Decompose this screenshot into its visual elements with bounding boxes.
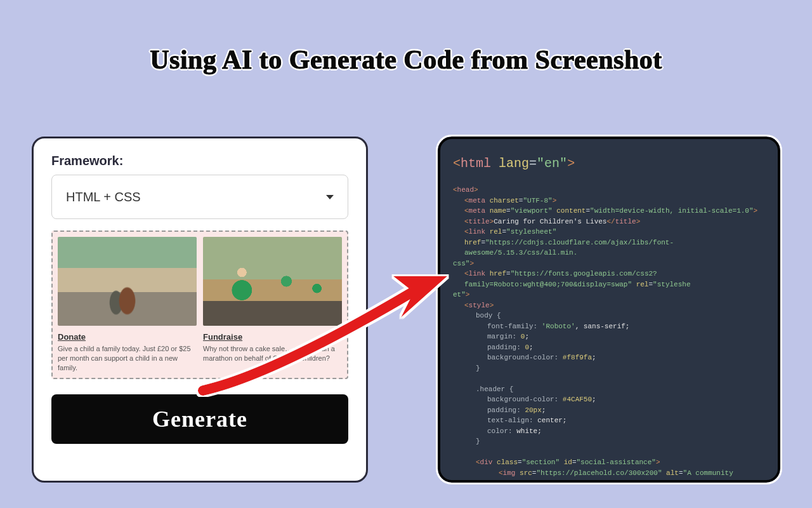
code-line: <style> — [453, 300, 765, 311]
preview-heading-2: Fundraise — [203, 332, 342, 342]
generate-button[interactable]: Generate — [51, 394, 348, 444]
code-line: color: white; — [453, 426, 765, 437]
code-line: <link rel="stylesheet" href="https://cdn… — [453, 227, 765, 258]
page-title: Using AI to Generate Code from Screensho… — [0, 0, 812, 75]
screenshot-preview[interactable]: Donate Give a child a family today. Just… — [51, 231, 348, 379]
code-output-panel: <html lang="en"> <head><meta charset="UT… — [438, 137, 780, 483]
code-line — [453, 373, 765, 384]
code-line: font-family: 'Roboto', sans-serif; — [453, 321, 765, 332]
code-line: css"> — [453, 258, 765, 269]
code-line: } — [453, 436, 765, 447]
code-line: <meta charset="UTF-8"> — [453, 196, 765, 206]
code-line: } — [453, 363, 765, 374]
code-line: <img src="https://placehold.co/300x200" … — [453, 468, 765, 483]
code-line — [453, 447, 765, 458]
code-line: padding: 0; — [453, 342, 765, 353]
code-line: background-color: #f8f9fa; — [453, 352, 765, 363]
dropdown-value: HTML + CSS — [66, 190, 141, 204]
code-line: body { — [453, 311, 765, 321]
preview-image-1 — [58, 237, 197, 326]
preview-card-2: Fundraise Why not throw a cake sale… or … — [203, 237, 342, 373]
preview-card-1: Donate Give a child a family today. Just… — [58, 237, 197, 373]
framework-label: Framework: — [51, 154, 348, 168]
chevron-down-icon — [326, 195, 334, 199]
code-line: .header { — [453, 384, 765, 395]
framework-dropdown[interactable]: HTML + CSS — [51, 175, 348, 219]
code-line: <div class="section" id="social-assistan… — [453, 457, 765, 468]
preview-heading-1: Donate — [58, 332, 197, 342]
code-line: <meta name="viewport" content="width=dev… — [453, 206, 765, 217]
code-line: et"> — [453, 290, 765, 300]
code-line: text-align: center; — [453, 415, 765, 426]
preview-desc-2: Why not throw a cake sale… or even run a… — [203, 344, 342, 363]
code-line: <head> — [453, 185, 765, 196]
input-panel: Framework: HTML + CSS Donate Give a chil… — [32, 137, 368, 483]
main-wrap: Framework: HTML + CSS Donate Give a chil… — [32, 137, 780, 483]
code-line: <title>Caring for Children's Lives</titl… — [453, 217, 765, 227]
preview-image-2 — [203, 237, 342, 326]
code-header-line: <html lang="en"> — [453, 154, 765, 173]
preview-desc-1: Give a child a family today. Just £20 or… — [58, 344, 197, 373]
code-line: padding: 20px; — [453, 405, 765, 416]
code-body: <head><meta charset="UTF-8"><meta name="… — [453, 185, 765, 483]
code-line: background-color: #4CAF50; — [453, 394, 765, 405]
code-line: margin: 0; — [453, 331, 765, 342]
code-line: <link href="https://fonts.googleapis.com… — [453, 269, 765, 290]
